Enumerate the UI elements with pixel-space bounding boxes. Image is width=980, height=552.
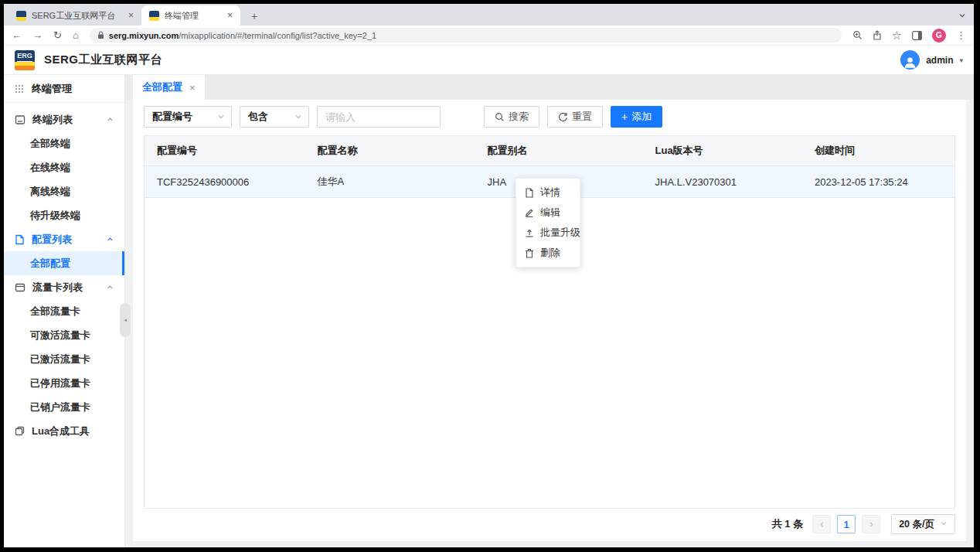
sidebar-item-activated-sim-cards[interactable]: 已激活流量卡 — [4, 347, 124, 371]
sidebar-item-all-configs[interactable]: 全部配置 — [4, 251, 124, 275]
sidebar-item-cancelled-sim-cards[interactable]: 已销户流量卡 — [4, 395, 124, 419]
browser-tab-terminal[interactable]: 终端管理 × — [141, 5, 240, 26]
new-tab-button[interactable]: + — [247, 10, 262, 22]
sidebar-item-online-terminals[interactable]: 在线终端 — [4, 155, 124, 179]
chevron-right-icon — [868, 521, 875, 528]
lua-tool-icon — [15, 426, 25, 436]
row-context-menu: 详情 编辑 批量升级 删除 — [516, 178, 580, 267]
page-size-select[interactable]: 20 条/页 — [891, 514, 955, 534]
content-area: 全部配置 × 配置编号 包含 — [125, 75, 974, 547]
context-menu-detail[interactable]: 详情 — [516, 182, 580, 203]
sim-card-list-icon — [15, 282, 26, 293]
add-button[interactable]: + 添加 — [611, 106, 662, 128]
chevron-up-icon — [107, 114, 114, 125]
sidebar-title: 终端管理 — [4, 75, 124, 103]
sidebar-item-lua-tool[interactable]: Lua合成工具 — [4, 419, 124, 443]
page-number-button[interactable]: 1 — [837, 515, 856, 533]
search-button[interactable]: 搜索 — [484, 106, 539, 128]
user-avatar-icon — [900, 50, 920, 70]
forward-icon[interactable]: → — [32, 29, 43, 41]
cell-config-name: 佳华A — [305, 166, 475, 198]
close-icon[interactable]: × — [128, 10, 134, 21]
sidebar-group-terminal-list[interactable]: 终端列表 — [4, 107, 124, 131]
filter-value-input[interactable] — [317, 106, 441, 128]
sidebar-item-suspended-sim-cards[interactable]: 已停用流量卡 — [4, 371, 124, 395]
close-icon[interactable]: × — [227, 10, 233, 21]
side-panel-icon[interactable] — [912, 31, 922, 40]
favicon — [149, 11, 159, 21]
col-config-alias: 配置别名 — [475, 136, 643, 166]
browser-tab-title: SERG工业互联网平台 — [32, 10, 123, 22]
cell-lua-version: JHA.L.V23070301 — [643, 166, 802, 198]
browser-urlbar: ← → ↻ ⌂ serg.mixyun.com/mixapplication/#… — [4, 26, 974, 46]
browser-tab-title: 终端管理 — [165, 10, 222, 22]
app-header: ERG SERG工业互联网平台 admin ▾ — [4, 46, 974, 75]
sidebar-item-activatable-sim-cards[interactable]: 可激活流量卡 — [4, 323, 124, 347]
reset-icon — [558, 112, 568, 122]
app-title: SERG工业互联网平台 — [44, 53, 162, 67]
table-header-row: 配置编号 配置名称 配置别名 Lua版本号 创建时间 — [145, 136, 954, 166]
browser-menu-icon[interactable]: ⋮ — [956, 29, 966, 41]
context-menu-delete[interactable]: 删除 — [516, 243, 580, 263]
browser-profile-avatar[interactable]: G — [932, 29, 946, 43]
chevron-down-icon[interactable] — [958, 9, 966, 22]
search-icon — [495, 112, 505, 122]
chevron-down-icon: ▾ — [959, 56, 963, 64]
filter-toolbar: 配置编号 包含 搜索 重置 — [144, 106, 955, 128]
browser-tabstrip: SERG工业互联网平台 × 终端管理 × + — [4, 4, 974, 26]
grid-icon — [15, 84, 24, 94]
filter-field-select[interactable]: 配置编号 — [144, 106, 232, 128]
share-icon[interactable] — [873, 30, 882, 40]
cell-created-time: 2023-12-05 17:35:24 — [802, 166, 954, 198]
terminal-list-icon — [15, 114, 26, 125]
prev-page-button[interactable] — [812, 515, 831, 533]
context-menu-batch-upgrade[interactable]: 批量升级 — [516, 223, 580, 243]
sidebar-item-offline-terminals[interactable]: 离线终端 — [4, 179, 124, 203]
lock-icon — [97, 31, 104, 39]
col-lua-version: Lua版本号 — [643, 136, 802, 166]
chevron-up-icon — [107, 233, 114, 245]
chevron-left-icon — [818, 521, 825, 528]
reset-button[interactable]: 重置 — [547, 106, 603, 128]
file-icon — [525, 188, 534, 198]
col-config-name: 配置名称 — [305, 136, 475, 166]
page-tabbar: 全部配置 × — [125, 75, 974, 100]
address-bar[interactable]: serg.mixyun.com/mixapplication/#/termina… — [90, 28, 842, 43]
zoom-icon[interactable] — [852, 30, 863, 40]
context-menu-edit[interactable]: 编辑 — [516, 203, 580, 223]
tab-label: 全部配置 — [142, 80, 182, 94]
tab-all-configs[interactable]: 全部配置 × — [133, 75, 205, 100]
collapse-icon: ◂ — [124, 317, 127, 323]
browser-window: SERG工业互联网平台 × 终端管理 × + ← → ↻ ⌂ serg.mixy… — [4, 4, 974, 547]
url-path: /mixapplication/#/terminal/config/list?a… — [179, 31, 376, 40]
chevron-down-icon — [294, 111, 302, 123]
home-icon[interactable]: ⌂ — [73, 29, 79, 41]
sidebar-item-all-sim-cards[interactable]: 全部流量卡 — [4, 299, 124, 323]
url-text: serg.mixyun.com/mixapplication/#/termina… — [109, 31, 376, 40]
url-domain: serg.mixyun.com — [109, 31, 179, 40]
plus-icon: + — [621, 111, 628, 123]
col-config-id: 配置编号 — [145, 136, 305, 166]
col-created-time: 创建时间 — [802, 136, 954, 166]
pagination: 共 1 条 1 20 条/页 — [772, 514, 955, 534]
upload-icon — [525, 228, 534, 237]
trash-icon — [525, 248, 534, 258]
sidebar-group-sim-card-list[interactable]: 流量卡列表 — [4, 275, 124, 299]
reload-icon[interactable]: ↻ — [53, 29, 62, 41]
cell-config-id: TCF3252436900006 — [145, 166, 305, 198]
filter-operator-select[interactable]: 包含 — [240, 106, 309, 128]
sidebar: 终端管理 终端列表 全部终端 在线终端 离线终端 待升级终端 — [4, 75, 125, 547]
logo-text: ERG — [17, 50, 32, 62]
sidebar-item-pending-upgrade-terminals[interactable]: 待升级终端 — [4, 203, 124, 227]
username: admin — [926, 55, 953, 66]
back-icon[interactable]: ← — [12, 29, 22, 41]
bookmark-star-icon[interactable]: ☆ — [892, 30, 902, 40]
chevron-down-icon — [940, 519, 948, 530]
sidebar-collapse-handle[interactable]: ◂ — [120, 303, 131, 337]
sidebar-group-config-list[interactable]: 配置列表 — [4, 227, 124, 251]
next-page-button[interactable] — [862, 515, 880, 533]
close-icon[interactable]: × — [189, 82, 196, 94]
browser-tab-platform[interactable]: SERG工业互联网平台 × — [9, 5, 141, 26]
user-menu[interactable]: admin ▾ — [900, 50, 963, 70]
sidebar-item-all-terminals[interactable]: 全部终端 — [4, 131, 124, 155]
